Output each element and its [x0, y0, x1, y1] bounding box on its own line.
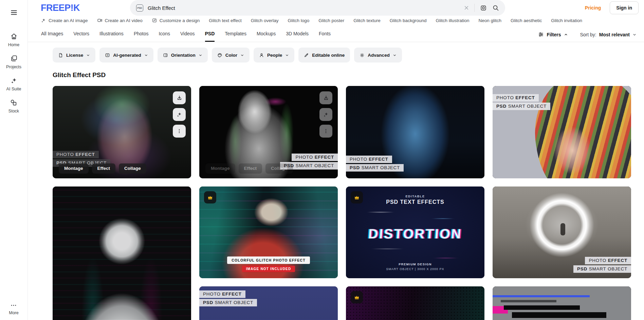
result-card-blue-portrait[interactable]: PHOTO EFFECT PSD SMART OBJECT: [346, 86, 484, 178]
chevron-down-icon: [632, 33, 637, 37]
download-icon[interactable]: [173, 91, 186, 104]
create-ai-video-link[interactable]: Create an AI video: [97, 18, 143, 23]
card-art: [346, 286, 484, 320]
filter-chip-editable-online[interactable]: Editable online: [298, 48, 350, 63]
result-card-glitch-bars[interactable]: [493, 286, 631, 320]
quicklink[interactable]: Glitch invitation: [551, 18, 582, 23]
quicklink[interactable]: Glitch overlay: [251, 18, 279, 23]
freepik-logo[interactable]: FREEP!K: [41, 3, 80, 13]
distortion-card-text: EDITABLE PSD TEXT EFFECTS DISTORTION PRE…: [346, 186, 484, 278]
tabs-right-controls: Filters Sort by: Most relevant: [538, 32, 637, 42]
editable-label: EDITABLE: [386, 195, 444, 198]
quicklink[interactable]: Glitch background: [390, 18, 427, 23]
chip-label: License: [66, 53, 83, 58]
result-card-rainbow-hoodie[interactable]: PHOTO EFFECT PSD SMART OBJECT: [493, 86, 631, 178]
download-icon[interactable]: [319, 91, 332, 104]
search-input[interactable]: [148, 5, 463, 11]
clear-search-icon[interactable]: [463, 4, 470, 12]
sidebar-item-home[interactable]: Home: [8, 33, 19, 47]
caption-pill: COLORFUL GLITCH PHOTO EFFECT: [227, 256, 310, 264]
tag-effect[interactable]: Effect: [239, 163, 262, 174]
card-art: [53, 186, 191, 320]
filter-chip-license[interactable]: License: [53, 48, 95, 63]
result-card-astronaut-glitch[interactable]: [53, 186, 191, 320]
quicklink[interactable]: Glitch illustration: [436, 18, 469, 23]
glitch-stripe: [512, 312, 606, 318]
result-card-gradient-dots[interactable]: [346, 286, 484, 320]
sort-dropdown[interactable]: Sort by: Most relevant: [580, 32, 637, 37]
topbar: FREEP!K PSD Pricing Sign in: [28, 0, 644, 16]
sidebar-item-stock[interactable]: Stock: [8, 99, 19, 113]
grid-column: PHOTO EFFECT PSD SMART OBJECT PHOTO EFFE…: [493, 86, 631, 320]
filters-toggle[interactable]: Filters: [538, 32, 568, 37]
filter-chip-ai-generated[interactable]: Ai AI-generated: [99, 48, 153, 63]
app-root: Home Projects AI Suite Stock: [0, 0, 644, 320]
tab-templates[interactable]: Templates: [225, 28, 246, 42]
sidebar-item-more[interactable]: More: [9, 302, 18, 315]
image-search-icon[interactable]: [479, 4, 487, 12]
tab-icons[interactable]: Icons: [159, 28, 170, 42]
result-card-scanline-silhouette[interactable]: PHOTO EFFECT PSD SMART OBJECT: [199, 286, 338, 320]
tab-vectors[interactable]: Vectors: [73, 28, 89, 42]
result-card-glitch-portrait[interactable]: PHOTO EFFECT PSD SMART OBJECT Montage Ef…: [53, 86, 191, 178]
filter-chip-people[interactable]: People: [254, 48, 294, 63]
filter-chip-advanced[interactable]: Advanced: [354, 48, 402, 63]
quicklink-label: Glitch illustration: [436, 18, 469, 23]
customize-design-link[interactable]: Customize a design: [152, 18, 200, 23]
kebab-menu-icon[interactable]: [173, 125, 186, 138]
hamburger-menu-icon[interactable]: [10, 9, 18, 16]
caption-pill-warning: IMAGE NOT INCLUDED: [242, 266, 295, 272]
sign-in-button[interactable]: Sign in: [610, 1, 639, 14]
ai-edit-sparkles-icon[interactable]: [319, 108, 332, 121]
create-ai-image-link[interactable]: Create an AI image: [41, 18, 88, 23]
sidebar-item-label: AI Suite: [6, 87, 21, 91]
quicklink[interactable]: Glitch aesthetic: [511, 18, 542, 23]
result-card-light-portal[interactable]: PHOTO EFFECT PSD SMART OBJECT: [493, 186, 631, 278]
sidebar-item-projects[interactable]: Projects: [6, 55, 21, 69]
card-actions: [319, 91, 332, 138]
tag-effect[interactable]: Effect: [92, 163, 116, 174]
quicklink-label: Create an AI image: [49, 18, 88, 23]
tab-illustrations[interactable]: Illustrations: [99, 28, 124, 42]
search-icon[interactable]: [492, 4, 500, 12]
quicklink[interactable]: Glitch logo: [288, 18, 310, 23]
content-type-tabs-bar: All Images Vectors Illustrations Photos …: [28, 28, 644, 42]
pricing-link[interactable]: Pricing: [585, 5, 601, 11]
tab-fonts[interactable]: Fonts: [319, 28, 331, 42]
tab-photos[interactable]: Photos: [134, 28, 149, 42]
tab-mockups[interactable]: Mockups: [257, 28, 276, 42]
sparkle-icon: [41, 18, 46, 23]
result-card-cyberpunk-vr[interactable]: COLORFUL GLITCH PHOTO EFFECT IMAGE NOT I…: [199, 186, 338, 278]
tag-collage[interactable]: Collage: [265, 163, 293, 174]
chip-label: Advanced: [368, 53, 390, 58]
tab-psd[interactable]: PSD: [205, 28, 215, 42]
sidebar-item-ai-suite[interactable]: AI Suite: [6, 77, 21, 91]
chevron-down-icon: [285, 53, 289, 57]
tag-montage[interactable]: Montage: [205, 163, 235, 174]
filter-chip-color[interactable]: Color: [212, 48, 250, 63]
psd-filter-badge: PSD: [136, 4, 143, 12]
filters-icon: [538, 32, 544, 37]
filter-chip-orientation[interactable]: Orientation: [158, 48, 208, 63]
tag-collage[interactable]: Collage: [119, 163, 146, 174]
tab-videos[interactable]: Videos: [180, 28, 195, 42]
quicklink[interactable]: Glitch texture: [353, 18, 381, 23]
quicklink-label: Glitch poster: [318, 18, 344, 23]
tab-all-images[interactable]: All Images: [41, 28, 63, 42]
ai-edit-sparkles-icon[interactable]: [173, 108, 186, 121]
quicklink[interactable]: Neon glitch: [479, 18, 502, 23]
card-actions: [173, 91, 186, 138]
quicklink[interactable]: Glitch text effect: [209, 18, 242, 23]
result-card-distortion-text-effect[interactable]: EDITABLE PSD TEXT EFFECTS DISTORTION PRE…: [346, 186, 484, 278]
sidebar-item-label: Stock: [8, 109, 19, 113]
chip-label: People: [267, 53, 282, 58]
topbar-right: Pricing Sign in: [585, 1, 639, 14]
quicklink[interactable]: Glitch poster: [318, 18, 344, 23]
search-bar[interactable]: PSD: [130, 0, 505, 16]
glitch-stripe: [501, 300, 556, 302]
kebab-menu-icon[interactable]: [319, 125, 332, 138]
tag-montage[interactable]: Montage: [59, 163, 89, 174]
chevron-down-icon: [86, 53, 90, 57]
result-card-vr-figure-glitch[interactable]: PHOTO EFFECT PSD SMART OBJECT Montage Ef…: [199, 86, 338, 178]
tab-3d-models[interactable]: 3D Models: [286, 28, 309, 42]
